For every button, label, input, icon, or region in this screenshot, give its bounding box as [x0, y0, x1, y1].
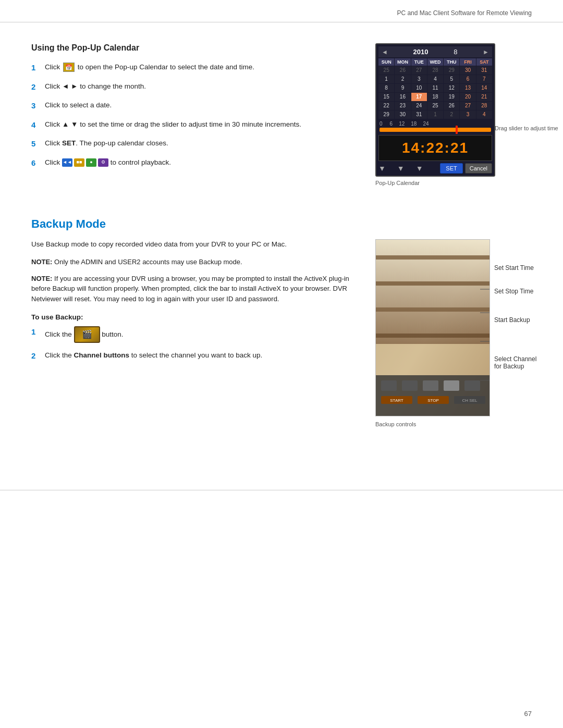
backup-step-1-text: Click the button. [45, 326, 124, 343]
cal-slider-track[interactable] [380, 128, 491, 132]
cal-day[interactable]: 22 [378, 102, 394, 110]
backup-intro: Use Backup mode to copy recorded video d… [31, 239, 354, 250]
cal-day[interactable]: 28 [427, 66, 443, 75]
cal-header-mon: MON [395, 58, 410, 66]
to-use-title: To use Backup: [31, 313, 354, 321]
cal-day[interactable]: 31 [411, 110, 427, 119]
backup-left: Use Backup mode to copy recorded video d… [31, 239, 354, 427]
playback-icons: ◄◄ ■■ ● ⚙ [62, 158, 108, 167]
cal-day[interactable]: 8 [378, 84, 394, 92]
cal-day[interactable]: 15 [378, 93, 394, 101]
pb-icon-4: ⚙ [98, 158, 108, 167]
cal-arrow-right2[interactable]: ▼ [416, 164, 423, 172]
note1-text: Only the ADMIN and USER2 accounts may us… [52, 258, 242, 266]
cal-day[interactable]: 20 [460, 93, 475, 101]
cal-slider-6: 6 [390, 121, 393, 127]
cal-day[interactable]: 30 [460, 66, 475, 75]
cal-day[interactable]: 26 [444, 102, 459, 110]
cal-slider-min: 0 [380, 121, 383, 127]
step-num-3: 3 [31, 100, 40, 112]
backup-step-1: 1 Click the button. [31, 326, 354, 343]
cal-day[interactable]: 2 [444, 110, 459, 119]
popup-calendar-widget-container: ◄ 2010 8 ► SUN MON TUE WED THU FRI SAT [375, 43, 532, 186]
cal-year: 2010 [413, 48, 429, 56]
step-6-text: Click ◄◄ ■■ ● ⚙ to control playback. [45, 157, 171, 168]
cal-day[interactable]: 7 [476, 75, 492, 83]
cal-arrow-left[interactable]: ▼ [378, 164, 386, 172]
cal-day[interactable]: 12 [444, 84, 459, 92]
step-num-5: 5 [31, 138, 40, 150]
pb-icon-2: ■■ [74, 158, 84, 167]
annotation-select-channel-label: Select Channelfor Backup [494, 355, 536, 370]
backup-steps-list: 1 Click the button. 2 Click the Channel … [31, 326, 354, 362]
cal-day[interactable]: 29 [444, 66, 459, 75]
backup-image-wrapper: START STOP CH SEL [375, 239, 490, 416]
cal-day[interactable]: 13 [460, 84, 475, 92]
backup-section-title: Backup Mode [31, 217, 532, 231]
cal-slider-18: 18 [411, 121, 417, 127]
cal-day[interactable]: 27 [411, 66, 427, 75]
cal-day[interactable]: 3 [460, 110, 475, 119]
cal-slider-thumb[interactable] [456, 126, 458, 134]
cal-day[interactable]: 1 [427, 110, 443, 119]
cal-day[interactable]: 25 [427, 102, 443, 110]
cal-day[interactable]: 16 [395, 93, 410, 101]
backup-bg-svg: START STOP CH SEL [376, 240, 490, 416]
cal-day[interactable]: 26 [395, 66, 410, 75]
cal-day[interactable]: 2 [395, 75, 410, 83]
cal-day[interactable]: 5 [444, 75, 459, 83]
cal-day[interactable]: 10 [411, 84, 427, 92]
cal-header-thu: THU [444, 58, 459, 66]
cal-day[interactable]: 11 [427, 84, 443, 92]
backup-controls-container: START STOP CH SEL [375, 239, 532, 427]
cal-day[interactable]: 31 [476, 66, 492, 75]
cal-day[interactable]: 6 [460, 75, 475, 83]
svg-rect-3 [376, 281, 490, 286]
cal-day[interactable]: 25 [378, 66, 394, 75]
cal-cancel-button[interactable]: Cancel [465, 163, 492, 174]
step-num-6: 6 [31, 157, 40, 169]
step-num-2: 2 [31, 81, 40, 93]
svg-rect-12 [464, 380, 480, 391]
cal-day[interactable]: 9 [395, 84, 410, 92]
cal-day-headers: SUN MON TUE WED THU FRI SAT 25 26 27 28 … [378, 58, 492, 119]
cal-day[interactable]: 1 [378, 75, 394, 83]
cal-arrow-right[interactable]: ▼ [397, 164, 405, 172]
cal-bottom-row: ▼ ▼ ▼ SET Cancel [378, 163, 492, 174]
cal-header-sat: SAT [476, 58, 492, 66]
pb-icon-3: ● [86, 158, 96, 167]
cal-day[interactable]: 3 [411, 75, 427, 83]
cal-prev-arrow[interactable]: ◄ [382, 48, 388, 56]
cal-day[interactable]: 21 [476, 93, 492, 101]
step-1: 1 Click 📅 to open the Pop-up Calendar to… [31, 62, 354, 74]
backup-section: Backup Mode Use Backup mode to copy reco… [31, 217, 532, 427]
cal-day[interactable]: 27 [460, 102, 475, 110]
cal-slider-row: 0 6 12 18 24 [378, 119, 492, 128]
cal-day[interactable]: 18 [427, 93, 443, 101]
annotation-set-stop-label: Set Stop Time [494, 288, 533, 295]
cal-day[interactable]: 28 [476, 102, 492, 110]
popup-steps-list: 1 Click 📅 to open the Pop-up Calendar to… [31, 62, 354, 169]
calendar-widget: ◄ 2010 8 ► SUN MON TUE WED THU FRI SAT [375, 43, 495, 177]
svg-rect-4 [376, 307, 490, 312]
cal-day[interactable]: 30 [395, 110, 410, 119]
step-3-text: Click to select a date. [45, 100, 112, 110]
step-4: 4 Click ▲ ▼ to set the time or drag the … [31, 119, 354, 131]
cal-day[interactable]: 14 [476, 84, 492, 92]
cal-day[interactable]: 19 [444, 93, 459, 101]
step-1-text: Click 📅 to open the Pop-up Calendar to s… [45, 62, 254, 72]
cal-day-today[interactable]: 17 [411, 93, 427, 101]
cal-next-arrow[interactable]: ► [483, 48, 489, 56]
cal-day[interactable]: 4 [476, 110, 492, 119]
step-num-4: 4 [31, 119, 40, 131]
cal-set-button[interactable]: SET [440, 163, 462, 174]
backup-step-num-2: 2 [31, 350, 40, 362]
cal-day[interactable]: 29 [378, 110, 394, 119]
svg-rect-10 [423, 380, 438, 391]
cal-day[interactable]: 24 [411, 102, 427, 110]
cal-day[interactable]: 23 [395, 102, 410, 110]
step-2: 2 Click ◄ ► to change the month. [31, 81, 354, 93]
page-number: 67 [524, 710, 532, 718]
cal-header-tue: TUE [411, 58, 427, 66]
cal-day[interactable]: 4 [427, 75, 443, 83]
